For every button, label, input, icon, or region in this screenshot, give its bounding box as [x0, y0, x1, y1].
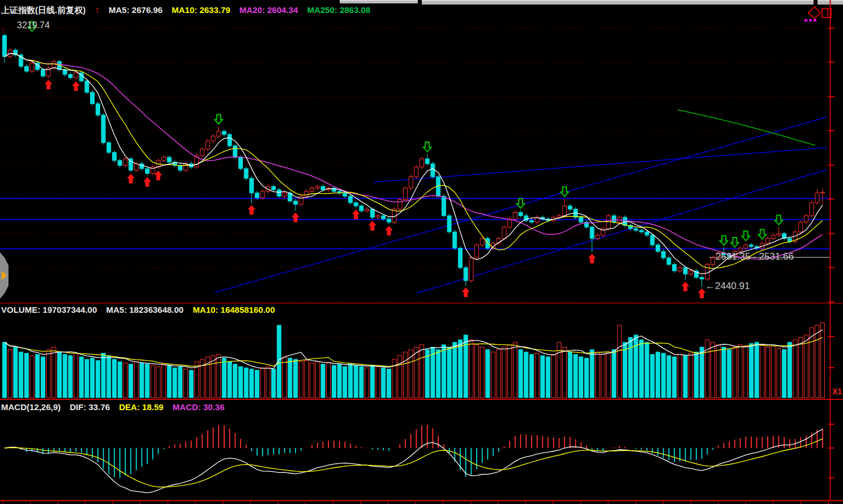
magenta-dot-icon — [805, 19, 807, 21]
ma20-value: MA20: 2604.34 — [239, 5, 298, 15]
macd-params: MACD(12,26,9) — [1, 402, 61, 412]
dif-value: DIF: 33.76 — [70, 402, 110, 412]
low-annotation: ←2440.91 — [705, 281, 750, 292]
split-window-icon[interactable] — [821, 8, 832, 18]
ma250-value: MA250: 2863.08 — [307, 5, 370, 15]
range-annotation: 2531.35 - 2531.66 — [716, 251, 794, 262]
macd-pane-header: MACD(12,26,9) DIF: 33.76 DEA: 18.59 MACD… — [1, 402, 232, 412]
macd-value: MACD: 30.36 — [173, 402, 225, 412]
volume-pane-header: VOLUME: 197037344.00 MA5: 182363648.00 M… — [1, 305, 281, 315]
volume-scale-label: X1 — [832, 387, 842, 396]
volume-value: VOLUME: 197037344.00 — [1, 305, 97, 315]
ma5-value: MA5: 2676.96 — [109, 5, 162, 15]
magenta-dot-icon — [809, 19, 812, 21]
dea-value: DEA: 18.59 — [119, 402, 163, 412]
magenta-dot-icon — [814, 19, 816, 21]
tiny-up-arrow-icon: ↑ — [1, 26, 5, 33]
ma10-value: MA10: 2633.79 — [172, 5, 230, 15]
volume-ma5-value: MA5: 182363648.00 — [106, 305, 183, 315]
up-arrow-icon: ↑ — [95, 5, 100, 15]
symbol-title: 上证指数(日线.前复权) — [1, 5, 85, 15]
price-pane-header: 上证指数(日线.前复权) ↑ MA5: 2676.96 MA10: 2633.7… — [1, 5, 377, 16]
stock-chart-app: 上证指数(日线.前复权) ↑ MA5: 2676.96 MA10: 2633.7… — [0, 0, 843, 504]
peak-price-label: 3219.74 — [17, 20, 50, 31]
volume-ma10-value: MA10: 164858160.00 — [192, 305, 275, 315]
